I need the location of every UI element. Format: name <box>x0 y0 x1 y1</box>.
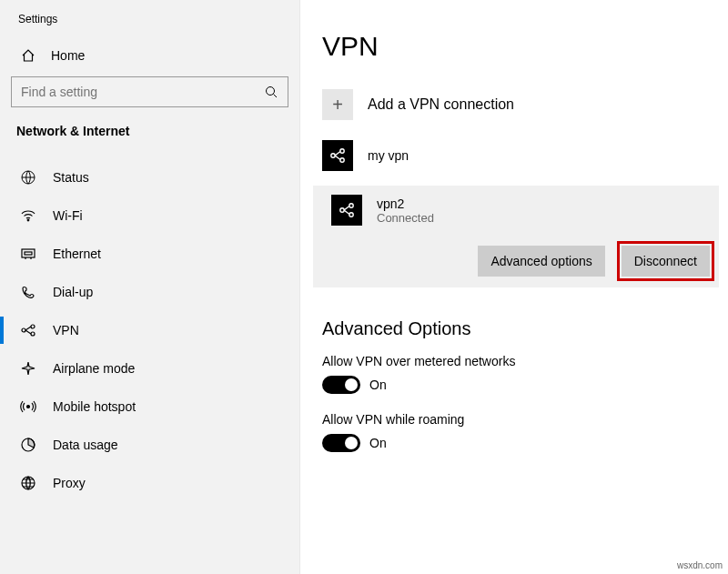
metered-state: On <box>369 378 387 392</box>
advanced-options-heading: Advanced Options <box>322 318 728 339</box>
svg-line-19 <box>335 152 340 156</box>
home-button[interactable]: Home <box>0 38 299 76</box>
hotspot-icon <box>20 398 36 415</box>
vpn-icon <box>20 322 36 338</box>
sidebar: Settings Home Network & Internet Status <box>0 0 300 574</box>
advanced-options-button[interactable]: Advanced options <box>478 246 604 277</box>
home-label: Home <box>51 48 85 63</box>
plus-icon: + <box>322 89 353 120</box>
metered-toggle[interactable] <box>322 376 360 394</box>
vpn-item-label: my vpn <box>368 148 409 163</box>
sidebar-item-label: Dial-up <box>53 285 93 299</box>
svg-line-24 <box>344 206 349 211</box>
add-vpn-button[interactable]: + Add a VPN connection <box>322 86 728 135</box>
datausage-icon <box>20 437 36 453</box>
add-vpn-label: Add a VPN connection <box>368 96 514 113</box>
search-icon <box>264 85 278 99</box>
home-icon <box>20 47 36 64</box>
metered-label: Allow VPN over metered networks <box>322 354 728 368</box>
svg-point-10 <box>31 332 35 336</box>
sidebar-item-label: Ethernet <box>53 247 101 261</box>
wifi-icon <box>20 207 36 224</box>
sidebar-item-vpn[interactable]: VPN <box>0 311 299 349</box>
svg-line-25 <box>344 210 349 215</box>
sidebar-item-ethernet[interactable]: Ethernet <box>0 235 299 273</box>
sidebar-item-label: Proxy <box>53 476 86 490</box>
sidebar-item-label: Status <box>53 170 89 185</box>
svg-point-22 <box>349 204 353 207</box>
svg-point-23 <box>349 213 353 217</box>
svg-point-18 <box>340 158 344 162</box>
svg-point-13 <box>27 406 30 408</box>
svg-point-21 <box>340 208 344 212</box>
proxy-icon <box>20 475 36 491</box>
svg-point-17 <box>340 149 344 153</box>
status-icon <box>20 169 36 186</box>
roaming-state: On <box>369 436 387 450</box>
sidebar-item-wifi[interactable]: Wi-Fi <box>0 196 299 235</box>
vpn-connection-icon <box>322 140 353 171</box>
main-panel: VPN + Add a VPN connection my vpn vpn2 C… <box>300 0 728 574</box>
search-box[interactable] <box>11 76 288 107</box>
svg-point-16 <box>331 154 335 157</box>
sidebar-item-datausage[interactable]: Data usage <box>0 426 299 464</box>
sidebar-item-label: VPN <box>53 323 79 337</box>
dialup-icon <box>20 284 36 300</box>
svg-point-8 <box>22 328 25 332</box>
sidebar-item-label: Data usage <box>53 438 118 452</box>
svg-line-20 <box>335 156 340 160</box>
sidebar-item-label: Mobile hotspot <box>53 399 136 414</box>
sidebar-item-dialup[interactable]: Dial-up <box>0 273 299 311</box>
roaming-toggle[interactable] <box>322 434 360 452</box>
vpn-selected-name: vpn2 <box>377 196 434 211</box>
sidebar-item-status[interactable]: Status <box>0 158 299 196</box>
roaming-label: Allow VPN while roaming <box>322 412 728 427</box>
window-title: Settings <box>0 7 299 38</box>
sidebar-item-proxy[interactable]: Proxy <box>0 464 299 502</box>
sidebar-item-label: Airplane mode <box>53 361 135 376</box>
svg-point-0 <box>267 87 275 96</box>
vpn-connection-icon <box>331 195 362 226</box>
sidebar-item-label: Wi-Fi <box>53 208 83 223</box>
svg-line-11 <box>25 327 31 330</box>
vpn-item-myvpn[interactable]: my vpn <box>322 135 728 176</box>
vpn-selected-status: Connected <box>377 211 434 225</box>
svg-point-3 <box>27 219 29 221</box>
svg-line-12 <box>25 330 31 334</box>
svg-rect-5 <box>25 252 32 255</box>
search-input[interactable] <box>21 85 264 99</box>
watermark: wsxdn.com <box>677 560 723 570</box>
sidebar-item-airplane[interactable]: Airplane mode <box>0 349 299 388</box>
ethernet-icon <box>20 246 36 262</box>
sidebar-item-hotspot[interactable]: Mobile hotspot <box>0 388 299 426</box>
page-title: VPN <box>322 31 728 62</box>
svg-rect-4 <box>22 249 35 257</box>
vpn-selected-card[interactable]: vpn2 Connected Advanced options Disconne… <box>313 186 719 287</box>
category-heading: Network & Internet <box>0 124 299 158</box>
svg-point-9 <box>31 325 35 328</box>
airplane-icon <box>20 360 36 377</box>
svg-line-1 <box>274 95 278 98</box>
disconnect-button[interactable]: Disconnect <box>622 246 710 277</box>
